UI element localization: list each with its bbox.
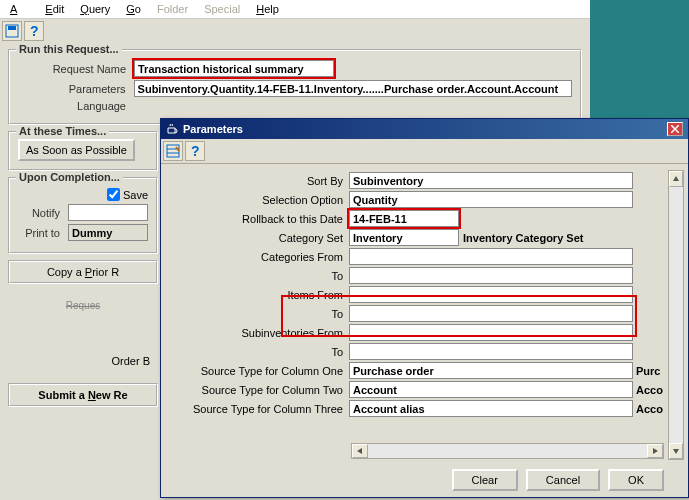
input-items-from[interactable] xyxy=(349,286,633,303)
label-save: Save xyxy=(123,189,148,201)
input-subinv-from[interactable] xyxy=(349,324,633,341)
label-parameters: Parameters xyxy=(18,83,134,95)
input-catset[interactable] xyxy=(349,229,459,246)
background-panel xyxy=(590,0,689,120)
scroll-left-icon[interactable] xyxy=(352,444,368,458)
dialog-title-text: Parameters xyxy=(183,123,243,135)
menu-help[interactable]: Help xyxy=(250,2,285,16)
vscrollbar[interactable] xyxy=(668,170,684,460)
text-src2-side: Acco xyxy=(636,384,666,396)
button-submit-new[interactable]: Submit a New Re xyxy=(8,383,158,407)
svg-rect-3 xyxy=(167,145,179,157)
parameters-dialog: Parameters ? Sort By Selection Option Ro… xyxy=(160,118,689,498)
label-selection: Selection Option xyxy=(169,194,349,206)
menu-go[interactable]: Go xyxy=(120,2,147,16)
label-rollback: Rollback to this Date xyxy=(169,213,349,225)
label-catset: Category Set xyxy=(169,232,349,244)
label-request-name: Request Name xyxy=(18,63,134,75)
label-items-from: Items From xyxy=(169,289,349,301)
dialog-toolbar-icon-help[interactable]: ? xyxy=(185,141,205,161)
scroll-down-icon[interactable] xyxy=(669,443,683,459)
button-asap[interactable]: As Soon as Possible xyxy=(18,139,135,161)
menubar: A Edit Query Go Folder Special Help xyxy=(0,0,590,19)
input-cat-to[interactable] xyxy=(349,267,633,284)
svg-rect-1 xyxy=(8,26,16,30)
group-title-run: Run this Request... xyxy=(16,43,122,55)
menu-folder: Folder xyxy=(151,2,194,16)
input-printto[interactable] xyxy=(68,224,148,241)
label-subinv-to: To xyxy=(169,346,349,358)
label-order-b: Order B xyxy=(8,355,158,367)
button-copy-prior[interactable]: Copy a Prior R xyxy=(8,260,158,284)
input-rollback-date[interactable] xyxy=(349,210,459,227)
svg-text:?: ? xyxy=(30,24,39,38)
clipped-text: Reques xyxy=(8,296,158,315)
text-src1-side: Purc xyxy=(636,365,666,377)
dialog-button-row: Clear Cancel OK xyxy=(452,469,664,491)
button-clear[interactable]: Clear xyxy=(452,469,518,491)
label-notify: Notify xyxy=(18,207,68,219)
scroll-up-icon[interactable] xyxy=(669,171,683,187)
label-language: Language xyxy=(18,100,134,112)
label-sort-by: Sort By xyxy=(169,175,349,187)
dialog-toolbar-icon-form[interactable] xyxy=(163,141,183,161)
menu-action[interactable]: A xyxy=(4,2,35,16)
group-title-times: At these Times... xyxy=(16,125,109,137)
input-cat-from[interactable] xyxy=(349,248,633,265)
input-parameters[interactable] xyxy=(134,80,572,97)
menu-edit[interactable]: Edit xyxy=(39,2,70,16)
group-at-times: At these Times... As Soon as Possible xyxy=(8,131,158,171)
label-items-to: To xyxy=(169,308,349,320)
group-run-request: Run this Request... Request Name Paramet… xyxy=(8,49,582,125)
input-request-name[interactable] xyxy=(134,60,334,77)
label-subinv-from: Subinventories From xyxy=(169,327,349,339)
scroll-right-icon[interactable] xyxy=(647,444,663,458)
label-printto: Print to xyxy=(18,227,68,239)
toolbar-icon-help[interactable]: ? xyxy=(24,21,44,41)
input-src1[interactable] xyxy=(349,362,633,379)
hscrollbar[interactable] xyxy=(351,443,664,459)
input-src2[interactable] xyxy=(349,381,633,398)
group-title-complete: Upon Completion... xyxy=(16,171,123,183)
text-catset-side: Inventory Category Set xyxy=(463,232,583,244)
button-ok[interactable]: OK xyxy=(608,469,664,491)
dialog-toolbar: ? xyxy=(161,139,688,164)
label-cat-to: To xyxy=(169,270,349,282)
input-src3[interactable] xyxy=(349,400,633,417)
input-subinv-to[interactable] xyxy=(349,343,633,360)
dialog-titlebar: Parameters xyxy=(161,119,688,139)
text-src3-side: Acco xyxy=(636,403,666,415)
menu-special: Special xyxy=(198,2,246,16)
button-cancel[interactable]: Cancel xyxy=(526,469,600,491)
dialog-body: Sort By Selection Option Rollback to thi… xyxy=(161,164,688,474)
menu-query[interactable]: Query xyxy=(74,2,116,16)
input-sort-by[interactable] xyxy=(349,172,633,189)
label-src1: Source Type for Column One xyxy=(169,365,349,377)
svg-text:?: ? xyxy=(191,144,200,158)
checkbox-save[interactable] xyxy=(107,188,120,201)
input-selection[interactable] xyxy=(349,191,633,208)
label-cat-from: Categories From xyxy=(169,251,349,263)
label-src3: Source Type for Column Three xyxy=(169,403,349,415)
input-notify[interactable] xyxy=(68,204,148,221)
group-upon-completion: Upon Completion... Save Notify Print to xyxy=(8,177,158,254)
label-src2: Source Type for Column Two xyxy=(169,384,349,396)
java-icon xyxy=(166,123,179,136)
input-items-to[interactable] xyxy=(349,305,633,322)
dialog-close-button[interactable] xyxy=(667,122,683,136)
main-toolbar: ? xyxy=(0,19,50,43)
toolbar-icon-save[interactable] xyxy=(2,21,22,41)
